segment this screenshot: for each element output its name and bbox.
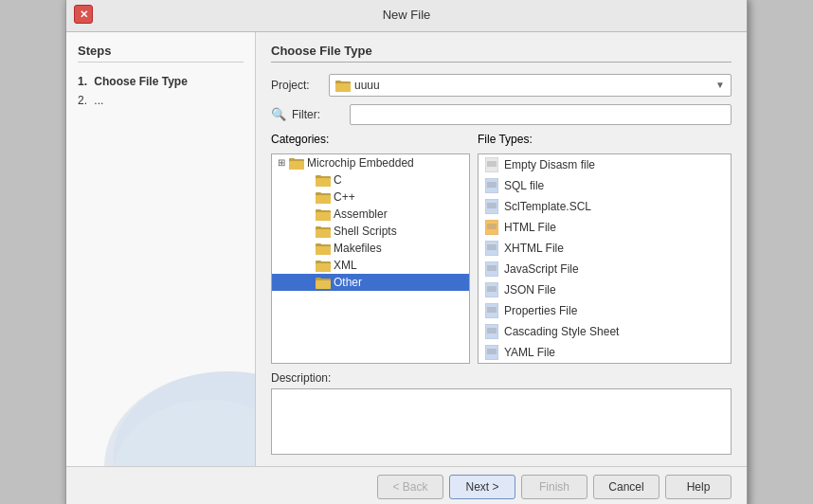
filetype-item[interactable]: XHTML File — [479, 238, 731, 259]
filetype-item[interactable]: Empty Disasm file — [479, 154, 731, 175]
svg-rect-3 — [335, 83, 351, 92]
svg-rect-19 — [316, 226, 321, 229]
svg-point-1 — [114, 400, 256, 466]
svg-rect-45 — [485, 241, 498, 256]
dialog-footer: < Back Next > Finish Cancel Help — [66, 466, 747, 505]
filetype-item[interactable]: Properties File — [479, 300, 731, 321]
finish-button[interactable]: Finish — [521, 475, 587, 499]
svg-rect-37 — [485, 199, 498, 214]
category-item[interactable]: ⊞XML — [272, 257, 469, 274]
category-item[interactable]: ⊞C++ — [272, 189, 469, 206]
step-2-label: ... — [94, 94, 103, 107]
steps-panel: Steps 1. Choose File Type 2. ... — [66, 32, 256, 466]
category-item[interactable]: ⊞Assembler — [272, 206, 469, 223]
svg-rect-16 — [316, 209, 321, 212]
svg-rect-9 — [316, 178, 331, 187]
category-label: XML — [334, 259, 357, 272]
svg-rect-12 — [316, 195, 331, 204]
new-file-dialog: ✕ New File Steps 1. Choose File Type 2. … — [65, 0, 748, 504]
svg-rect-61 — [485, 324, 498, 339]
category-label: C — [334, 173, 342, 187]
filetype-label: SclTemplate.SCL — [504, 200, 591, 213]
folder-icon — [289, 156, 304, 170]
file-type-icon — [484, 199, 499, 214]
step-1-label: Choose File Type — [94, 75, 187, 88]
svg-rect-4 — [335, 81, 341, 83]
folder-icon — [316, 225, 331, 238]
folder-icon — [316, 190, 331, 204]
description-label: Description: — [271, 371, 732, 385]
svg-rect-33 — [485, 178, 498, 193]
filetype-label: JSON File — [504, 283, 556, 297]
cancel-button[interactable]: Cancel — [593, 475, 659, 499]
dialog-body: Steps 1. Choose File Type 2. ... Choose … — [66, 32, 747, 466]
svg-rect-29 — [485, 157, 498, 172]
filter-label: Filter: — [292, 108, 344, 121]
svg-rect-13 — [316, 192, 321, 195]
svg-rect-25 — [316, 261, 321, 263]
filetype-item[interactable]: SQL file — [479, 175, 731, 196]
filetype-label: Empty Disasm file — [504, 158, 595, 171]
svg-rect-49 — [485, 261, 498, 277]
file-type-icon — [484, 324, 499, 339]
step-2: 2. ... — [78, 91, 244, 110]
category-item[interactable]: ⊞C — [272, 171, 469, 189]
filetype-item[interactable]: YAML File — [479, 342, 731, 363]
category-label: Microchip Embedded — [307, 156, 414, 170]
panels-row: ⊞Microchip Embedded⊞C⊞C++⊞Assembler⊞Shel… — [271, 153, 732, 364]
project-dropdown[interactable]: uuuu ▼ — [329, 74, 732, 97]
svg-rect-27 — [316, 280, 331, 289]
step-1-number: 1. — [78, 75, 87, 88]
categories-panel[interactable]: ⊞Microchip Embedded⊞C⊞C++⊞Assembler⊞Shel… — [271, 153, 470, 364]
category-item[interactable]: ⊞Other — [272, 274, 469, 291]
file-type-icon — [484, 345, 499, 360]
filetype-item[interactable]: SclTemplate.SCL — [479, 196, 731, 217]
close-button[interactable]: ✕ — [74, 5, 93, 24]
folder-icon — [316, 242, 331, 255]
filetype-label: JavaScript File — [504, 262, 579, 276]
filetypes-panel[interactable]: Empty Disasm fileSQL fileSclTemplate.SCL… — [478, 153, 732, 364]
filter-input[interactable] — [350, 104, 732, 125]
filetype-item[interactable]: JavaScript File — [479, 259, 731, 279]
file-type-icon — [484, 282, 499, 297]
help-button[interactable]: Help — [665, 475, 732, 499]
step-1: 1. Choose File Type — [78, 72, 244, 91]
title-bar: ✕ New File — [66, 0, 747, 32]
svg-point-0 — [104, 371, 256, 466]
filetype-item[interactable]: Cascading Style Sheet — [479, 321, 731, 342]
filetype-item[interactable]: JSON File — [479, 279, 731, 300]
project-value: uuuu — [354, 79, 715, 92]
folder-icon — [316, 207, 331, 221]
svg-rect-15 — [316, 212, 331, 221]
steps-heading: Steps — [78, 44, 244, 63]
filetype-label: Properties File — [504, 304, 577, 317]
main-panel: Choose File Type Project: uuuu ▼ 🔍 Filt — [256, 32, 747, 466]
category-label: C++ — [334, 190, 355, 204]
description-textarea[interactable] — [271, 388, 732, 455]
back-button[interactable]: < Back — [377, 475, 443, 499]
file-type-icon — [484, 261, 499, 277]
svg-rect-57 — [485, 303, 498, 318]
panel-labels-row: Categories: File Types: — [271, 133, 732, 146]
filetype-label: HTML File — [504, 221, 556, 234]
category-item[interactable]: ⊞Makefiles — [272, 240, 469, 257]
filetype-label: YAML File — [504, 346, 555, 359]
svg-rect-22 — [316, 243, 321, 246]
filetype-label: XHTML File — [504, 242, 564, 255]
filter-row: 🔍 Filter: — [271, 104, 732, 125]
section-title: Choose File Type — [271, 44, 732, 63]
filetypes-label: File Types: — [478, 133, 732, 146]
svg-rect-65 — [485, 345, 498, 360]
filetype-label: SQL file — [504, 179, 544, 192]
filetype-label: Cascading Style Sheet — [504, 325, 619, 338]
category-item[interactable]: ⊞Shell Scripts — [272, 223, 469, 240]
filetype-item[interactable]: HTML File — [479, 217, 731, 238]
folder-icon — [316, 173, 331, 187]
next-button[interactable]: Next > — [449, 475, 515, 499]
svg-rect-24 — [316, 263, 331, 272]
svg-rect-28 — [316, 278, 321, 280]
svg-rect-10 — [316, 175, 321, 178]
folder-icon — [316, 276, 331, 289]
category-label: Assembler — [334, 207, 388, 221]
category-item[interactable]: ⊞Microchip Embedded — [272, 154, 469, 171]
